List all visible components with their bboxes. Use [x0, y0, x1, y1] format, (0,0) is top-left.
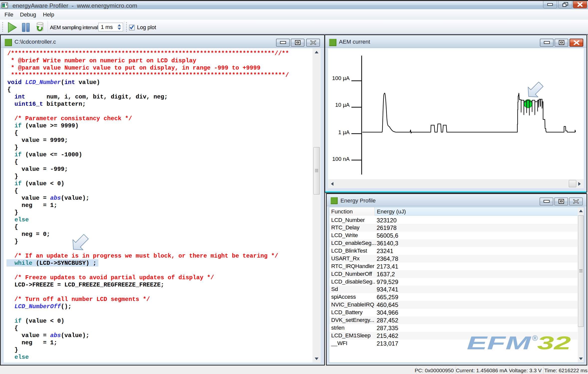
svg-text:EFM: EFM [467, 332, 531, 353]
svg-text:100 µA: 100 µA [332, 75, 350, 81]
svg-text:32: 32 [537, 332, 571, 353]
svg-text:®: ® [532, 334, 538, 343]
svg-text:1 µA: 1 µA [338, 129, 350, 135]
svg-text:100 nA: 100 nA [332, 156, 350, 162]
svg-text:10 µA: 10 µA [335, 102, 350, 108]
